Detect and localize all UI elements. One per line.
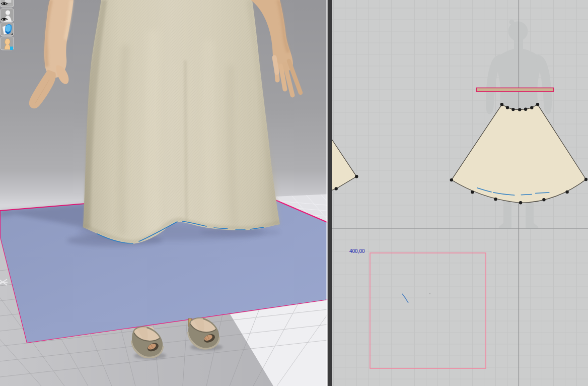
svg-text:400,00: 400,00 — [349, 248, 365, 254]
